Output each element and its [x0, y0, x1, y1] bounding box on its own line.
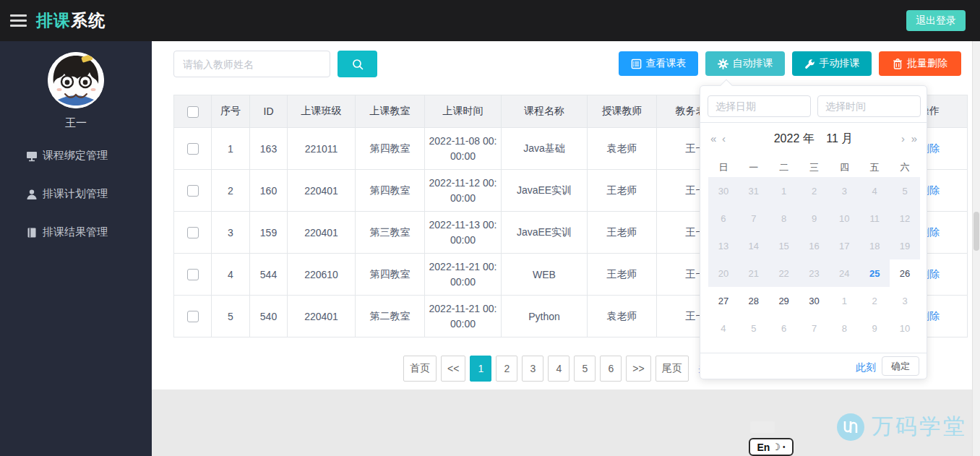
ime-toolbar-shadow — [750, 421, 775, 433]
calendar-day[interactable]: 4 — [859, 177, 890, 205]
next-year-icon[interactable]: » — [911, 128, 917, 150]
calendar-day[interactable]: 22 — [769, 259, 799, 287]
row-checkbox[interactable] — [187, 227, 199, 238]
calendar-day[interactable]: 8 — [769, 205, 799, 232]
page-scrollbar[interactable] — [972, 41, 980, 456]
now-link[interactable]: 此刻 — [856, 361, 876, 374]
calendar-day[interactable]: 16 — [799, 232, 830, 259]
logout-button[interactable]: 退出登录 — [906, 10, 966, 31]
weekday-label: 六 — [890, 158, 920, 177]
sidebar-item-schedule-result[interactable]: 排课结果管理 — [0, 213, 152, 251]
batch-delete-button[interactable]: 批量删除 — [879, 51, 961, 76]
calendar-day[interactable]: 3 — [890, 287, 920, 314]
cell-room: 第三教室 — [356, 212, 425, 254]
page-number-button[interactable]: 2 — [496, 356, 517, 382]
main-content: 查看课表 自动排课 手动排课 批量删除 — [152, 41, 980, 456]
calendar-day[interactable]: 1 — [829, 287, 859, 314]
page-number-button[interactable]: 3 — [522, 356, 543, 382]
row-checkbox[interactable] — [187, 143, 199, 155]
weekday-label: 日 — [708, 158, 739, 177]
confirm-button[interactable]: 确定 — [882, 356, 919, 376]
cell-teacher: 王老师 — [588, 212, 657, 254]
calendar-day[interactable]: 12 — [890, 205, 920, 232]
calendar-day[interactable]: 18 — [859, 232, 890, 259]
page-number-button[interactable]: 1 — [470, 356, 491, 382]
auto-schedule-button[interactable]: 自动排课 — [705, 51, 785, 76]
calendar-day[interactable]: 10 — [890, 314, 920, 342]
calendar-day[interactable]: 6 — [769, 314, 799, 342]
auto-schedule-label: 自动排课 — [733, 57, 773, 70]
search-button[interactable] — [338, 51, 377, 77]
brand-watermark: 万码学堂 — [837, 412, 967, 442]
sidebar-item-course-binding[interactable]: 课程绑定管理 — [0, 137, 152, 175]
sidebar: 王一 课程绑定管理 排课计划管理 排课结果管理 — [0, 41, 152, 456]
calendar-day[interactable]: 11 — [859, 205, 890, 232]
calendar-day[interactable]: 9 — [859, 314, 890, 342]
row-select-cell — [174, 170, 212, 212]
calendar-day[interactable]: 14 — [739, 232, 769, 259]
page-prev-button[interactable]: << — [441, 356, 465, 382]
app-title-rest: 系统 — [71, 11, 106, 30]
cell-class: 220610 — [288, 254, 356, 296]
row-checkbox[interactable] — [187, 269, 199, 280]
select-all-checkbox[interactable] — [187, 106, 199, 118]
cell-seq: 3 — [212, 212, 250, 254]
hamburger-menu-icon[interactable] — [10, 14, 27, 27]
search-input[interactable] — [173, 51, 330, 77]
calendar-day[interactable]: 2 — [799, 177, 830, 205]
calendar-day[interactable]: 19 — [890, 232, 920, 259]
sidebar-item-schedule-plan[interactable]: 排课计划管理 — [0, 175, 152, 213]
calendar-day[interactable]: 15 — [769, 232, 799, 259]
calendar-day[interactable]: 27 — [708, 287, 739, 314]
calendar-day[interactable]: 30 — [799, 287, 830, 314]
calendar-day[interactable]: 8 — [829, 314, 859, 342]
calendar-day[interactable]: 17 — [829, 232, 859, 259]
calendar-day[interactable]: 2 — [859, 287, 890, 314]
view-schedule-label: 查看课表 — [646, 57, 687, 70]
date-input[interactable] — [708, 95, 811, 117]
view-schedule-button[interactable]: 查看课表 — [619, 51, 698, 76]
calendar-day[interactable]: 23 — [799, 259, 830, 287]
calendar-day[interactable]: 5 — [890, 177, 920, 205]
row-checkbox[interactable] — [187, 185, 199, 197]
next-month-icon[interactable]: › — [901, 128, 905, 150]
row-select-cell — [174, 296, 212, 337]
page-number-button[interactable]: 5 — [574, 356, 596, 382]
cell-id: 540 — [250, 296, 288, 337]
gear-icon — [718, 59, 728, 69]
calendar-day[interactable]: 20 — [708, 259, 739, 287]
calendar-day[interactable]: 1 — [769, 177, 799, 205]
calendar-day-grid: 30 31 1 2 3 4 5 6 7 8 9 10 — [708, 177, 920, 342]
calendar-day[interactable]: 26 — [890, 259, 920, 287]
calendar-day[interactable]: 9 — [799, 205, 830, 232]
scrollbar-thumb[interactable] — [973, 212, 979, 251]
calendar-day[interactable]: 21 — [739, 259, 769, 287]
calendar-day[interactable]: 30 — [708, 177, 739, 205]
calendar-day[interactable]: 7 — [799, 314, 830, 342]
cell-course: JavaEE实训 — [502, 170, 588, 212]
manual-schedule-button[interactable]: 手动排课 — [792, 51, 872, 76]
avatar[interactable] — [48, 52, 104, 108]
calendar-day[interactable]: 3 — [829, 177, 859, 205]
page-last-button[interactable]: 尾页 — [656, 356, 689, 382]
cell-teacher: 王老师 — [588, 254, 657, 296]
page-first-button[interactable]: 首页 — [403, 356, 437, 382]
calendar-day[interactable]: 28 — [739, 287, 769, 314]
ime-language-indicator[interactable]: En ☽ • — [749, 438, 794, 456]
calendar-day[interactable]: 7 — [739, 205, 769, 232]
page-number-button[interactable]: 6 — [600, 356, 622, 382]
calendar-day[interactable]: 25 — [859, 259, 890, 287]
calendar-weekday-row: 日 一 二 三 四 五 六 — [708, 158, 920, 177]
calendar-day[interactable]: 4 — [708, 314, 739, 342]
page-number-button[interactable]: 4 — [548, 356, 569, 382]
page-next-button[interactable]: >> — [626, 356, 650, 382]
calendar-day[interactable]: 31 — [739, 177, 769, 205]
row-checkbox[interactable] — [187, 311, 199, 322]
calendar-day[interactable]: 5 — [739, 314, 769, 342]
calendar-day[interactable]: 10 — [829, 205, 859, 232]
calendar-day[interactable]: 29 — [769, 287, 799, 314]
calendar-day[interactable]: 6 — [708, 205, 739, 232]
time-input[interactable] — [817, 95, 921, 117]
calendar-day[interactable]: 13 — [708, 232, 739, 259]
calendar-day[interactable]: 24 — [829, 259, 859, 287]
